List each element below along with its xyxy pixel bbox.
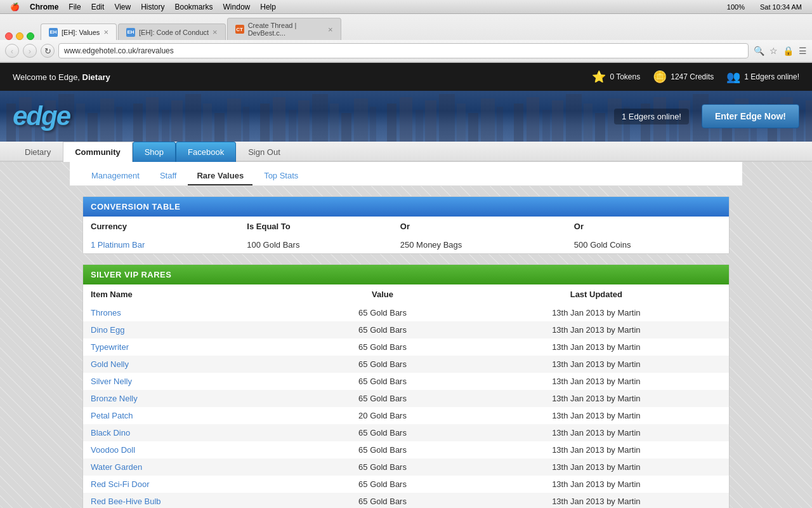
- back-button[interactable]: ‹: [5, 44, 19, 58]
- tab-label-1: [EH]: Values: [62, 29, 100, 36]
- silver-item-value: 65 Gold Bars: [301, 356, 464, 373]
- silver-item-updated: 13th Jan 2013 by Martin: [464, 338, 729, 356]
- silver-item-value: 65 Gold Bars: [301, 493, 464, 508]
- tab-label-3: Create Thread | DevBest.c...: [248, 22, 324, 37]
- username: Dietary: [82, 72, 110, 82]
- online-icon: 👥: [726, 70, 740, 84]
- url-bar[interactable]: [58, 43, 749, 58]
- silver-rare-row: Red Bee-Hive Bulb 65 Gold Bars 13th Jan …: [83, 493, 729, 508]
- silver-item-value: 65 Gold Bars: [301, 304, 464, 321]
- col-or2: Or: [566, 217, 729, 236]
- online-stat: 👥 1 Edgers online!: [726, 70, 799, 84]
- tab-close-3[interactable]: ×: [324, 25, 333, 34]
- silver-rare-row: Thrones 65 Gold Bars 13th Jan 2013 by Ma…: [83, 304, 729, 321]
- tokens-label: 0 Tokens: [610, 72, 640, 81]
- tab-favicon-3: CT: [235, 25, 244, 34]
- close-window-button[interactable]: [5, 32, 13, 40]
- silver-rares-table: Item Name Value Last Updated Thrones 65 …: [83, 284, 729, 508]
- chrome-menu[interactable]: Chrome: [30, 3, 58, 11]
- hero-online-count: 1 Edgers online!: [614, 109, 689, 124]
- silver-item-value: 65 Gold Bars: [301, 458, 464, 476]
- subnav-staff[interactable]: Staff: [151, 167, 186, 185]
- browser-tabs: EH [EH]: Values × EH [EH]: Code of Condu…: [0, 14, 812, 40]
- silver-rares-section: SILVER VIP RARES Item Name Value Last Up…: [82, 264, 730, 508]
- menu-icon[interactable]: ☰: [799, 46, 807, 56]
- welcome-text: Welcome to Edge, Dietary: [13, 72, 110, 82]
- silver-col-value: Value: [301, 284, 464, 304]
- conversion-table: Currency Is Equal To Or Or 1 Platinum Ba…: [83, 217, 729, 253]
- help-menu[interactable]: Help: [260, 3, 276, 11]
- currency-value: 1 Platinum Bar: [83, 236, 239, 253]
- enter-button[interactable]: Enter Edge Now!: [702, 104, 799, 128]
- col-currency: Currency: [83, 217, 239, 236]
- window-menu[interactable]: Window: [223, 3, 251, 11]
- reload-button[interactable]: ↻: [41, 44, 55, 58]
- tab-close-2[interactable]: ×: [209, 27, 218, 37]
- site-header: Welcome to Edge, Dietary ⭐ 0 Tokens 🪙 12…: [0, 63, 812, 91]
- silver-rare-row: Bronze Nelly 65 Gold Bars 13th Jan 2013 …: [83, 390, 729, 407]
- silver-item-updated: 13th Jan 2013 by Martin: [464, 373, 729, 390]
- hero-right: 1 Edgers online! Enter Edge Now!: [614, 104, 799, 128]
- maximize-window-button[interactable]: [27, 32, 34, 40]
- forward-button[interactable]: ›: [23, 44, 37, 58]
- extension-icon[interactable]: 🔒: [783, 46, 794, 56]
- tab-favicon-2: EH: [126, 28, 135, 37]
- silver-item-value: 65 Gold Bars: [301, 424, 464, 441]
- battery-indicator: 100%: [727, 3, 745, 11]
- col-or1: Or: [393, 217, 566, 236]
- credits-icon: 🪙: [653, 70, 667, 84]
- silver-item-name: Voodoo Doll: [83, 441, 301, 458]
- nav-community[interactable]: Community: [63, 142, 133, 162]
- hero-banner: edge 1 Edgers online! Enter Edge Now!: [0, 91, 812, 142]
- nav-shop[interactable]: Shop: [133, 142, 176, 162]
- browser-tab-1[interactable]: EH [EH]: Values ×: [41, 23, 117, 40]
- tab-close-1[interactable]: ×: [100, 27, 108, 37]
- nav-signout[interactable]: Sign Out: [236, 142, 292, 162]
- main-nav: Dietary Community Shop Facebook Sign Out: [0, 142, 812, 162]
- online-label: 1 Edgers online!: [744, 72, 799, 81]
- silver-item-name: Black Dino: [83, 424, 301, 441]
- silver-item-updated: 13th Jan 2013 by Martin: [464, 407, 729, 424]
- silver-rare-row: Petal Patch 20 Gold Bars 13th Jan 2013 b…: [83, 407, 729, 424]
- silver-item-updated: 13th Jan 2013 by Martin: [464, 321, 729, 338]
- bookmarks-menu[interactable]: Bookmarks: [175, 3, 213, 11]
- bookmark-star-icon[interactable]: ☆: [769, 46, 778, 56]
- sub-nav: Management Staff Rare Values Top Stats: [70, 162, 742, 186]
- subnav-top-stats[interactable]: Top Stats: [255, 167, 307, 185]
- nav-dietary[interactable]: Dietary: [13, 142, 63, 162]
- edit-menu[interactable]: Edit: [91, 3, 105, 11]
- silver-item-value: 20 Gold Bars: [301, 407, 464, 424]
- apple-menu[interactable]: 🍎: [10, 3, 20, 11]
- tab-label-2: [EH]: Code of Conduct: [139, 29, 209, 36]
- silver-rare-row: Typewriter 65 Gold Bars 13th Jan 2013 by…: [83, 338, 729, 356]
- browser-nav: ‹ › ↻ 🔍 ☆ 🔒 ☰: [0, 40, 812, 62]
- silver-item-value: 65 Gold Bars: [301, 390, 464, 407]
- browser-tab-3[interactable]: CT Create Thread | DevBest.c... ×: [227, 18, 341, 40]
- silver-rare-row: Red Sci-Fi Door 65 Gold Bars 13th Jan 20…: [83, 476, 729, 493]
- silver-item-updated: 13th Jan 2013 by Martin: [464, 424, 729, 441]
- content-inner: Management Staff Rare Values Top Stats C…: [70, 162, 742, 508]
- subnav-management[interactable]: Management: [82, 167, 148, 185]
- view-menu[interactable]: View: [114, 3, 131, 11]
- silver-rare-row: Voodoo Doll 65 Gold Bars 13th Jan 2013 b…: [83, 441, 729, 458]
- silver-rare-row: Silver Nelly 65 Gold Bars 13th Jan 2013 …: [83, 373, 729, 390]
- silver-item-name: Thrones: [83, 304, 301, 321]
- history-menu[interactable]: History: [141, 3, 164, 11]
- file-menu[interactable]: File: [69, 3, 81, 11]
- site-logo[interactable]: edge: [13, 101, 70, 131]
- silver-item-value: 65 Gold Bars: [301, 476, 464, 493]
- tab-favicon-1: EH: [49, 28, 58, 37]
- silver-item-updated: 13th Jan 2013 by Martin: [464, 476, 729, 493]
- nav-facebook[interactable]: Facebook: [176, 142, 236, 162]
- silver-item-value: 65 Gold Bars: [301, 338, 464, 356]
- silver-item-updated: 13th Jan 2013 by Martin: [464, 390, 729, 407]
- silver-item-name: Dino Egg: [83, 321, 301, 338]
- subnav-rare-values[interactable]: Rare Values: [188, 167, 252, 185]
- silver-item-value: 65 Gold Bars: [301, 441, 464, 458]
- menubar-right: 100% Sat 10:34 AM: [722, 3, 807, 11]
- conversion-section: CONVERSION TABLE Currency Is Equal To Or…: [82, 196, 730, 254]
- silver-item-updated: 13th Jan 2013 by Martin: [464, 441, 729, 458]
- silver-item-name: Red Sci-Fi Door: [83, 476, 301, 493]
- browser-tab-2[interactable]: EH [EH]: Code of Conduct ×: [118, 23, 226, 40]
- minimize-window-button[interactable]: [16, 32, 23, 40]
